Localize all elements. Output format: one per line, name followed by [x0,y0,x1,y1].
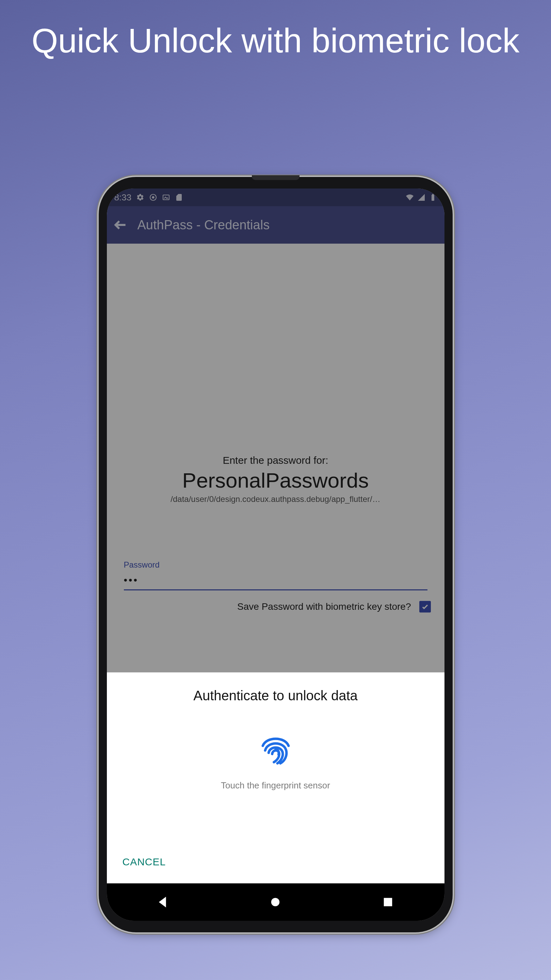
save-biometric-checkbox[interactable] [419,601,431,612]
fingerprint-icon[interactable] [257,730,295,768]
svg-rect-4 [432,194,433,195]
image-icon [162,193,170,202]
back-button[interactable] [113,218,128,232]
signal-icon [417,193,425,202]
enter-password-label: Enter the password for: [124,455,427,466]
app-dimmed-area: 8:33 [107,189,444,672]
status-bar: 8:33 [107,189,444,206]
svg-rect-6 [384,898,392,907]
sheet-title: Authenticate to unlock data [119,688,432,703]
android-nav-bar [107,883,444,921]
svg-point-5 [271,898,280,907]
svg-rect-3 [432,195,434,201]
password-input[interactable] [124,572,427,590]
status-time: 8:33 [115,192,132,203]
fingerprint-hint: Touch the fingerprint sensor [119,780,432,791]
nav-home-icon[interactable] [268,895,282,909]
biometric-bottom-sheet: Authenticate to unlock data Touch the fi… [107,672,444,883]
wifi-icon [406,193,414,202]
speaker-grill [252,175,299,180]
target-icon [149,193,157,202]
gear-icon [136,193,144,202]
screen: 8:33 [107,189,444,921]
promo-headline: Quick Unlock with biometric lock [0,21,551,60]
save-biometric-label: Save Password with biometric key store? [237,601,411,612]
nav-recent-icon[interactable] [381,895,395,909]
database-name: PersonalPasswords [124,468,427,492]
cancel-button[interactable]: CANCEL [119,851,432,873]
nav-back-icon[interactable] [156,895,170,909]
battery-icon [429,193,437,202]
database-path: /data/user/0/design.codeux.authpass.debu… [124,495,427,504]
sd-card-icon [175,193,183,202]
app-bar: AuthPass - Credentials [107,206,444,243]
svg-point-1 [152,196,154,199]
app-bar-title: AuthPass - Credentials [137,218,270,232]
device-frame: 8:33 [99,177,453,932]
app-body: Enter the password for: PersonalPassword… [107,243,444,672]
password-field-label: Password [124,560,427,570]
